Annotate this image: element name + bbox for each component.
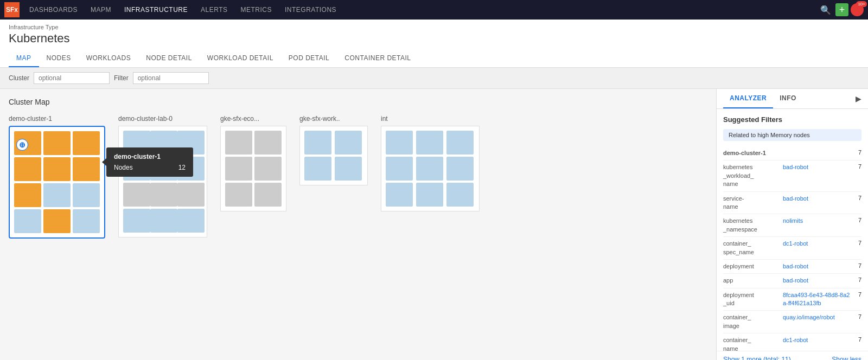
nav-alerts[interactable]: ALERTS [195,4,233,16]
node-cell [177,183,205,207]
add-button[interactable]: + [835,3,848,16]
suggested-filters-title: Suggested Filters [723,115,861,124]
cluster-grid-demo-1[interactable]: ⊕ [9,126,105,239]
node-cell [225,131,252,155]
filter-val-9[interactable]: dc1-robot [783,336,852,344]
filter-row-9: container_ name dc1-robot 7 [723,333,861,351]
nav-metrics[interactable]: METRICS [235,4,278,16]
nav-integrations[interactable]: INTEGRATIONS [279,4,342,16]
content-area: Cluster Map demo-cluster-1 ⊕ [0,89,716,360]
node-cell [386,131,413,155]
node-cell [304,157,331,181]
filter-count: 7 [854,149,861,156]
filter-label: Filter [114,74,129,82]
tab-workloads[interactable]: WORKLOADS [79,50,139,67]
cluster-input[interactable] [34,72,110,84]
filter-val-7[interactable]: 8fcaa493-6e43-48d8-8a2a-ff4f621a13fb [783,291,852,308]
filter-count-9: 7 [854,336,861,343]
filter-row-3: kubernetes _namespace nolimits 7 [723,214,861,237]
filter-key-9: container_ name [723,336,781,351]
avatar-badge: 10+ [856,1,867,7]
panel-footer: Show 1 more (total: 11) Show less [717,351,868,360]
tab-pod-detail[interactable]: POD DETAIL [281,50,337,67]
filter-input[interactable] [133,72,209,84]
filter-count-3: 7 [854,217,861,223]
node-cell [335,157,362,181]
node-cell [335,131,362,155]
filter-row-1: kubernetes _workload_ name bad-robot 7 [723,160,861,191]
filter-count-1: 7 [854,163,861,170]
filter-key: demo-cluster-1 [723,149,781,157]
filter-val-5[interactable]: bad-robot [783,262,852,271]
filter-val-2[interactable]: bad-robot [783,195,852,203]
tab-workload-detail[interactable]: WORKLOAD DETAIL [200,50,281,67]
panel-tab-analyzer[interactable]: ANALYZER [723,89,773,108]
cluster-grid-demo-lab-0[interactable] [118,126,207,237]
tab-nodes[interactable]: NODES [39,50,79,67]
node-cell [254,157,282,181]
nav-uapm[interactable]: µAPM [85,4,117,16]
cluster-gke-eco[interactable]: gke-sfx-eco... [220,115,286,211]
cluster-grid-gke-work[interactable] [299,126,368,185]
cluster-name-demo-lab-0: demo-cluster-lab-0 [118,115,173,123]
cluster-grid-int[interactable] [381,126,480,211]
nav-infrastructure[interactable]: INFRASTRUCTURE [119,4,193,16]
cluster-grid-gke-eco[interactable] [220,126,286,211]
right-panel: ANALYZER INFO ▶ Suggested Filters Relate… [716,89,868,360]
cluster-demo-1[interactable]: demo-cluster-1 ⊕ [9,115,105,239]
node-cell [14,157,41,181]
sfx-logo[interactable]: SFx [4,2,20,17]
cluster-int[interactable]: int [381,115,480,211]
filter-key-5: deployment [723,262,781,271]
filter-key-7: deployment _uid [723,291,781,308]
cluster-label: Cluster [9,74,29,82]
cluster-gke-work[interactable]: gke-sfx-work.. [299,115,368,185]
filter-val-8[interactable]: quay.io/image/robot [783,313,852,322]
node-cell [446,131,474,155]
node-cell [254,131,282,155]
node-cell [177,209,205,233]
page-title: Kubernetes [9,31,859,46]
infra-type-label: Infrastructure Type [9,24,859,30]
filter-val-1[interactable]: bad-robot [783,163,852,171]
node-cell [43,183,71,207]
filter-key-6: app [723,277,781,285]
panel-tab-info[interactable]: INFO [773,89,803,108]
node-cell [43,157,71,181]
filter-val-4[interactable]: dc1-robot [783,240,852,248]
tooltip-title: demo-cluster-1 [114,153,186,160]
filter-val-3[interactable]: nolimits [783,217,852,225]
show-less-link[interactable]: Show less [832,356,861,360]
panel-tabs: ANALYZER INFO ▶ [717,89,868,109]
cluster-name-gke-eco: gke-sfx-eco... [220,115,259,123]
node-cell [73,157,100,181]
top-navigation: SFx DASHBOARDS µAPM INFRASTRUCTURE ALERT… [0,0,868,20]
cluster-tooltip: demo-cluster-1 Nodes 12 [106,147,193,177]
main-layout: Cluster Map demo-cluster-1 ⊕ [0,89,868,360]
filter-count-2: 7 [854,195,861,201]
node-cell [386,183,413,207]
tooltip-nodes-label: Nodes [114,164,133,171]
node-cell [43,131,71,155]
filter-key-8: container_ image [723,313,781,330]
avatar[interactable]: 10+ [851,3,864,16]
search-button[interactable]: 🔍 [818,2,833,17]
filter-count-8: 7 [854,313,861,320]
tab-map[interactable]: MAP [9,50,39,67]
filter-count-7: 7 [854,291,861,298]
node-cell [416,131,443,155]
node-cell [446,183,474,207]
zoom-icon[interactable]: ⊕ [16,139,28,151]
node-cell [446,157,474,181]
panel-collapse-button[interactable]: ▶ [856,89,861,108]
node-cell [73,131,100,155]
show-more-link[interactable]: Show 1 more (total: 11) [723,356,791,360]
filter-key-2: service- name [723,195,781,211]
tab-container-detail[interactable]: CONTAINER DETAIL [337,50,418,67]
filter-row-header: demo-cluster-1 7 [723,146,861,160]
node-cell [14,183,41,207]
tab-node-detail[interactable]: NODE DETAIL [138,50,200,67]
filter-val-6[interactable]: bad-robot [783,277,852,285]
nav-dashboards[interactable]: DASHBOARDS [24,4,83,16]
clusters-row: demo-cluster-1 ⊕ [9,115,707,239]
